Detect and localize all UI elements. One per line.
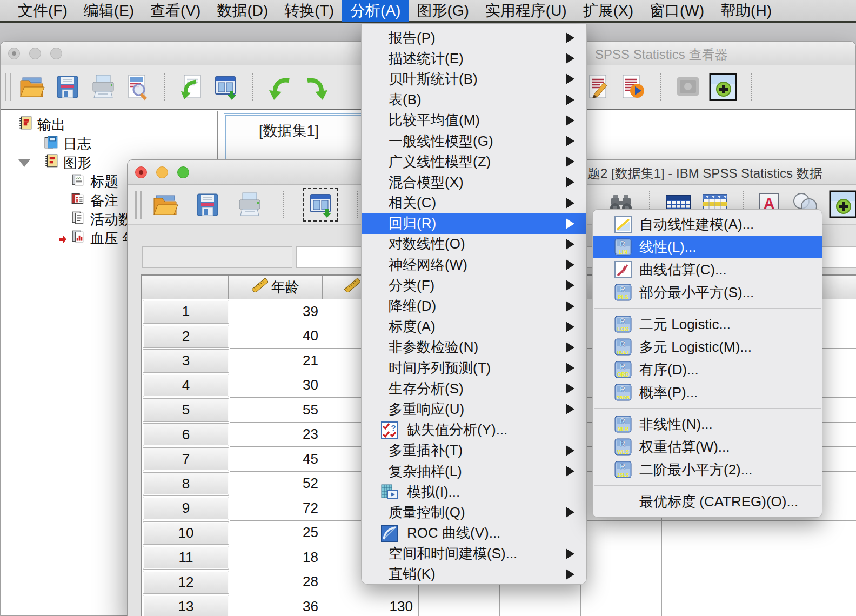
analyze-menu-item-1[interactable]: 报告(P) [362, 28, 586, 48]
menubar-item-3[interactable]: 查看(V) [142, 0, 209, 22]
grid-cell[interactable]: 18 [230, 545, 324, 570]
grid-cell[interactable]: 23 [230, 423, 324, 447]
analyze-menu-item-4[interactable]: 表(B) [362, 90, 586, 110]
regression-submenu-item-2-1[interactable]: RLOG二元 Logistic... [593, 313, 822, 336]
analyze-menu-item-22[interactable]: 复杂抽样(L) [362, 461, 586, 481]
row-number[interactable]: 9 [143, 497, 229, 520]
analyze-menu-item-3[interactable]: 贝叶斯统计(B) [362, 69, 586, 89]
grid-cell[interactable]: 45 [230, 447, 324, 472]
cell-reference-box[interactable] [142, 246, 292, 268]
row-number[interactable]: 3 [143, 349, 229, 373]
analyze-menu-item-16[interactable]: 非参数检验(N) [362, 337, 586, 358]
grid-cell[interactable]: 25 [230, 521, 324, 546]
analyze-menu-item-11[interactable]: 对数线性(O) [362, 234, 586, 255]
analyze-menu-item-18[interactable]: 生存分析(S) [362, 378, 586, 399]
menubar-item-1[interactable]: 文件(F) [10, 0, 76, 22]
row-number[interactable]: 13 [143, 595, 229, 616]
row-number[interactable]: 6 [143, 423, 229, 447]
insert-window-icon[interactable] [210, 73, 240, 101]
grid-cell[interactable] [581, 521, 662, 546]
grid-cell[interactable] [824, 324, 856, 349]
analyze-menu-item-25[interactable]: ROC 曲线(V)... [362, 523, 586, 544]
grid-cell[interactable] [581, 594, 662, 616]
grid-cell[interactable] [824, 496, 856, 521]
analyze-menu-item-15[interactable]: 标度(A) [362, 317, 586, 337]
grid-cell[interactable] [824, 423, 856, 447]
grid-cell[interactable] [743, 594, 824, 616]
analyze-menu-item-26[interactable]: 空间和时间建模(S)... [362, 544, 586, 564]
grid-cell[interactable] [662, 570, 743, 595]
insert-plus-icon[interactable] [708, 73, 738, 101]
close-button[interactable] [8, 48, 20, 59]
analyze-menu-item-13[interactable]: 分类(F) [362, 275, 586, 296]
grid-cell[interactable] [743, 545, 824, 570]
regression-submenu-item-1-1[interactable]: 自动线性建模(A)... [593, 213, 822, 236]
grid-cell[interactable] [662, 545, 743, 570]
row-number[interactable]: 8 [143, 472, 229, 496]
row-number[interactable]: 10 [143, 521, 229, 545]
tree-item-2[interactable]: 日志 [1, 135, 217, 153]
print-icon[interactable] [88, 73, 118, 101]
grid-cell[interactable] [824, 594, 856, 616]
grid-cell[interactable] [824, 447, 856, 472]
grid-cell[interactable]: 52 [230, 472, 324, 497]
regression-submenu-item-1-4[interactable]: RPLS部分最小平方(S)... [593, 281, 822, 304]
insert-window-icon[interactable] [303, 188, 338, 222]
menubar-item-6[interactable]: 分析(A) [342, 0, 409, 22]
regression-submenu-item-3-1[interactable]: RNLR非线性(N)... [593, 413, 822, 436]
regression-submenu-item-3-3[interactable]: R2SLS二阶最小平方(2)... [593, 458, 822, 481]
grid-cell[interactable] [824, 373, 856, 398]
regression-submenu-item-2-3[interactable]: RORD有序(D)... [593, 358, 822, 381]
regression-submenu-item-3-2[interactable]: RWLS权重估算(W)... [593, 436, 822, 458]
grid-cell[interactable] [824, 299, 856, 324]
open-icon[interactable] [150, 191, 180, 219]
open-icon[interactable] [17, 73, 47, 101]
analyze-menu-item-17[interactable]: 时间序列预测(T) [362, 358, 586, 378]
analyze-menu-item-9[interactable]: 相关(C) [362, 193, 586, 213]
analyze-menu-item-2[interactable]: 描述统计(E) [362, 48, 586, 69]
menubar-item-8[interactable]: 实用程序(U) [477, 0, 575, 22]
toolbar-grip[interactable] [5, 73, 11, 101]
toolbar-grip[interactable] [135, 191, 142, 219]
grid-cell[interactable] [662, 594, 743, 616]
undo-icon[interactable] [265, 73, 296, 101]
row-number[interactable]: 4 [143, 374, 229, 398]
grid-cell[interactable]: 72 [230, 496, 324, 521]
analyze-menu-item-5[interactable]: 比较平均值(M) [362, 110, 586, 131]
grid-cell[interactable]: 28 [230, 570, 324, 595]
grid-cell[interactable] [419, 594, 500, 616]
analyze-menu-item-7[interactable]: 广义线性模型(Z) [362, 151, 586, 172]
minimize-button[interactable] [29, 48, 41, 59]
analyze-menu-item-27[interactable]: 直销(K) [362, 564, 586, 585]
close-button[interactable] [135, 166, 147, 178]
grid-cell[interactable] [581, 545, 662, 570]
analyze-menu-item-20[interactable]: ?缺失值分析(Y)... [362, 420, 586, 440]
grid-cell[interactable] [662, 521, 743, 546]
grid-cell[interactable] [824, 398, 856, 423]
menubar-item-5[interactable]: 转换(T) [276, 0, 342, 22]
grid-cell[interactable]: 21 [230, 349, 324, 373]
analyze-menu-item-12[interactable]: 神经网络(W) [362, 255, 586, 275]
analyze-menu-item-24[interactable]: 质量控制(Q) [362, 502, 586, 523]
regression-submenu-item-4-1[interactable]: 最优标度 (CATREG)(O)... [593, 490, 822, 513]
column-header-age[interactable]: 年龄 [229, 276, 323, 299]
menubar-item-7[interactable]: 图形(G) [409, 0, 477, 22]
row-number[interactable]: 12 [143, 571, 229, 594]
chevron-down-icon[interactable] [18, 159, 30, 167]
row-number[interactable]: 5 [143, 398, 229, 422]
save-icon[interactable] [52, 73, 83, 101]
regression-submenu-item-2-2[interactable]: RHULT多元 Logistic(M)... [593, 336, 822, 358]
style-gray-icon[interactable] [674, 73, 702, 101]
grid-cell[interactable] [824, 521, 856, 546]
column-header-empty[interactable] [822, 276, 856, 299]
menubar-item-4[interactable]: 数据(D) [209, 0, 276, 22]
analyze-menu-item-10[interactable]: 回归(R) [362, 213, 586, 234]
grid-cell[interactable] [824, 545, 856, 570]
grid-cell[interactable]: 130 [324, 594, 419, 616]
regression-submenu-item-1-3[interactable]: 曲线估算(C)... [593, 258, 822, 281]
grid-cell[interactable]: 36 [230, 594, 324, 616]
zoom-button[interactable] [177, 166, 189, 178]
tree-item-1[interactable]: 输出 [1, 116, 217, 135]
analyze-menu-item-21[interactable]: 多重插补(T) [362, 440, 586, 461]
grid-cell[interactable] [500, 594, 581, 616]
